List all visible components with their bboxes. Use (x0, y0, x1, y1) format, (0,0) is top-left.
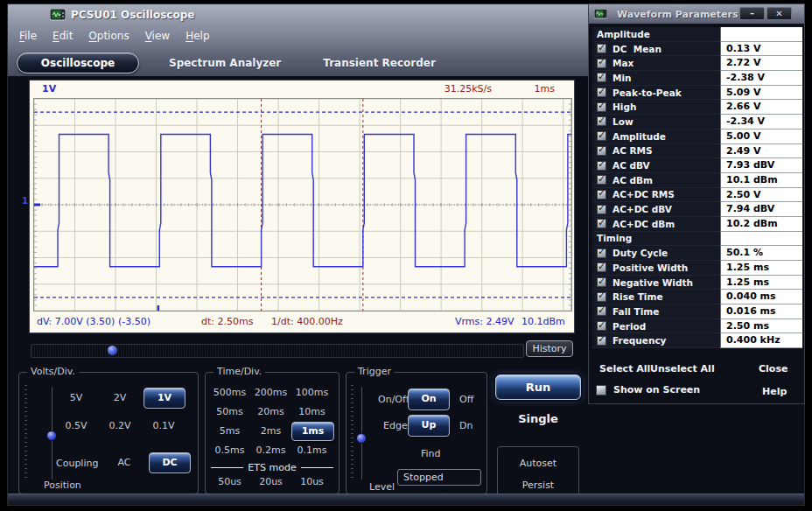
scope-graticule[interactable] (33, 98, 572, 312)
params-close-button[interactable]: Close (759, 363, 788, 374)
trigger-edge-up-button[interactable]: Up (408, 415, 450, 437)
params-window-title: Waveform Parameters (617, 9, 738, 20)
param-row-duty-cycle: Duty Cycle50.1 % (592, 246, 802, 261)
time-div-0-2ms[interactable]: 0.2ms (250, 442, 291, 459)
param-checkbox-low[interactable] (597, 116, 606, 126)
param-checkbox-peak-to-peak[interactable] (597, 88, 606, 97)
trigger-on-button[interactable]: On (408, 388, 450, 410)
select-all-button[interactable]: Select All (599, 363, 650, 374)
menu-edit[interactable]: Edit (45, 28, 80, 44)
param-row-high: High2.66 V (592, 100, 802, 115)
volts-div-1v[interactable]: 1V (144, 388, 186, 409)
param-checkbox-dc-mean[interactable] (597, 44, 606, 53)
status-dv-readout: dV: 7.00V (3.50) (-3.50) (37, 316, 150, 327)
param-checkbox-max[interactable] (597, 59, 606, 68)
menu-file[interactable]: File (11, 28, 45, 44)
scope-time-per-div-label: 1ms (535, 83, 555, 94)
volts-div-0-2v[interactable]: 0.2V (100, 416, 140, 436)
trigger-group: Trigger On/Off On Off Edge Up Dn Find St… (346, 372, 487, 494)
history-button[interactable]: History (526, 340, 573, 357)
close-icon[interactable]: ✕ (766, 7, 792, 20)
param-checkbox-rise-time[interactable] (597, 292, 606, 302)
tab-bar: OscilloscopeSpectrum AnalyzerTransient R… (17, 50, 448, 76)
time-div-0-1ms[interactable]: 0.1ms (291, 442, 332, 459)
scope-display-panel: 1V 31.25kS/s 1ms 1 dV: 7.00V (3.50) (-3.… (29, 80, 575, 333)
minimize-icon[interactable]: – (739, 7, 765, 20)
time-div-5ms[interactable]: 5ms (209, 423, 250, 440)
volts-div-0-5v[interactable]: 0.5V (56, 416, 96, 436)
single-button[interactable]: Single (495, 412, 581, 425)
param-value-ac-rms: 2.49 V (720, 144, 802, 159)
param-checkbox-positive-width[interactable] (597, 262, 606, 272)
volts-div-0-1v[interactable]: 0.1V (144, 416, 184, 436)
trigger-group-label: Trigger (354, 366, 395, 377)
help-button[interactable]: Help (762, 386, 787, 397)
param-checkbox-duty-cycle[interactable] (597, 248, 606, 258)
trigger-level-slider-thumb[interactable] (356, 433, 367, 444)
time-div-20ms[interactable]: 20ms (250, 403, 291, 421)
param-checkbox-ac-rms[interactable] (597, 146, 606, 156)
param-row-ac-dbv: AC dBV7.93 dBV (592, 158, 802, 173)
ets-10us[interactable]: 10us (291, 472, 332, 492)
volts-div-2v[interactable]: 2V (100, 388, 140, 408)
show-on-screen-checkbox[interactable] (596, 385, 606, 396)
time-div-2ms[interactable]: 2ms (250, 423, 291, 440)
param-checkbox-ac-dc-rms[interactable] (597, 190, 606, 200)
param-checkbox-ac-dbv[interactable] (597, 161, 606, 171)
trigger-find-button[interactable]: Find (421, 448, 441, 459)
param-checkbox-ac-dc-dbm[interactable] (597, 219, 606, 228)
param-value-fall-time: 0.016 ms (720, 304, 802, 319)
param-checkbox-fall-time[interactable] (597, 306, 606, 316)
param-checkbox-period[interactable] (597, 321, 606, 331)
scope-status-row: dV: 7.00V (3.50) (-3.50) dt: 2.50ms 1/dt… (30, 316, 574, 330)
time-div-50ms[interactable]: 50ms (209, 403, 250, 421)
trigger-off-button[interactable]: Off (459, 394, 473, 405)
param-value-duty-cycle: 50.1 % (720, 246, 802, 261)
param-value-ac-dc-rms: 2.50 V (720, 188, 802, 203)
time-div-10ms[interactable]: 10ms (291, 403, 332, 421)
trigger-edge-dn-button[interactable]: Dn (459, 420, 472, 431)
time-div-100ms[interactable]: 100ms (291, 384, 332, 402)
param-row-period: Period2.50 ms (592, 319, 802, 334)
time-div-500ms[interactable]: 500ms (209, 384, 250, 402)
persist-button[interactable]: Persist (498, 480, 578, 491)
tab-spectrum-analyzer[interactable]: Spectrum Analyzer (157, 53, 293, 73)
param-section-amplitude: Amplitude (592, 27, 802, 42)
param-checkbox-high[interactable] (597, 102, 606, 112)
ets-50us[interactable]: 50us (209, 472, 250, 492)
time-div-200ms[interactable]: 200ms (250, 384, 291, 402)
coupling-ac-button[interactable]: AC (107, 453, 142, 472)
ets-buttons: 50us20us10us (209, 472, 337, 492)
param-value-period: 2.50 ms (720, 319, 802, 334)
unselect-all-button[interactable]: Unselect All (650, 363, 715, 374)
param-row-ac-dc-dbm: AC+DC dBm10.2 dBm (592, 217, 802, 232)
ets-20us[interactable]: 20us (250, 472, 291, 492)
param-row-low: Low-2.34 V (592, 115, 802, 130)
ets-divider-line-right (301, 467, 333, 468)
coupling-dc-button[interactable]: DC (149, 452, 191, 473)
menu-options[interactable]: Options (80, 28, 136, 44)
tab-oscilloscope[interactable]: Oscilloscope (17, 52, 139, 74)
time-div-0-5ms[interactable]: 0.5ms (209, 442, 250, 459)
run-button[interactable]: Run (495, 374, 581, 400)
param-checkbox-amplitude[interactable] (597, 131, 606, 141)
volts-div-group-label: Volts/Div. (27, 366, 79, 377)
menu-help[interactable]: Help (178, 28, 217, 44)
param-checkbox-negative-width[interactable] (597, 277, 606, 287)
tab-transient-recorder[interactable]: Transient Recorder (311, 53, 448, 73)
params-window-icon (594, 9, 607, 19)
params-title-bar[interactable]: Waveform Parameters – ✕ (589, 4, 804, 24)
scope-volts-per-div-label: 1V (42, 83, 56, 94)
param-checkbox-ac-dc-dbv[interactable] (597, 205, 606, 214)
param-row-amplitude: Amplitude5.00 V (592, 130, 802, 144)
param-row-rise-time: Rise Time0.040 ms (592, 290, 802, 304)
horizontal-position-slider[interactable] (31, 344, 524, 358)
param-checkbox-min[interactable] (597, 73, 606, 82)
autoset-button[interactable]: Autoset (498, 458, 578, 469)
menu-view[interactable]: View (137, 28, 178, 44)
horizontal-slider-thumb[interactable] (107, 345, 118, 356)
param-checkbox-ac-dbm[interactable] (597, 175, 606, 185)
volts-div-5v[interactable]: 5V (56, 388, 96, 408)
param-checkbox-frequency[interactable] (597, 336, 606, 346)
time-div-1ms[interactable]: 1ms (291, 422, 334, 441)
